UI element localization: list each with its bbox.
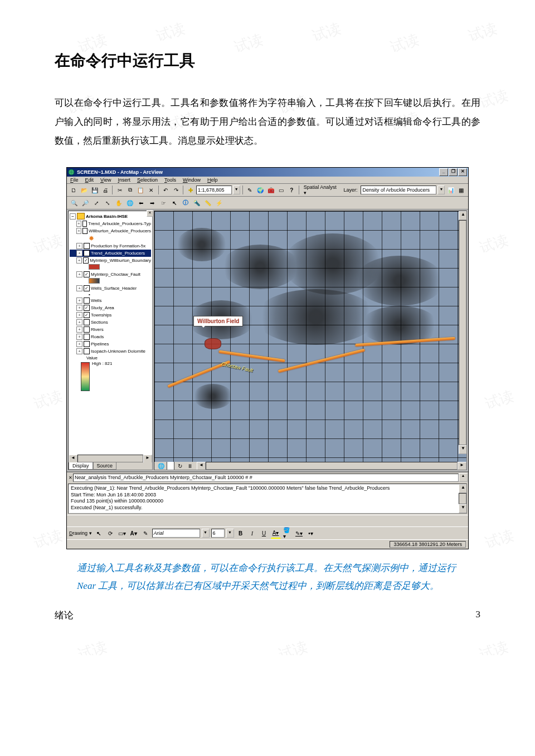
shape-dropdown-icon[interactable]: ▭▾ — [117, 528, 127, 538]
menu-insert[interactable]: Insert — [118, 177, 130, 183]
toc-layer-item[interactable]: +Trend_Arbuckle_Producers — [70, 250, 151, 257]
new-icon[interactable]: 🗋 — [69, 185, 79, 195]
maximize-button[interactable]: ❐ — [449, 168, 458, 176]
map-hscrollbar[interactable] — [206, 462, 458, 470]
expand-icon[interactable]: + — [76, 326, 82, 333]
paste-icon[interactable]: 📋 — [136, 185, 145, 195]
layer-checkbox[interactable] — [84, 297, 90, 304]
expand-icon[interactable]: + — [76, 257, 82, 264]
toc-close-icon[interactable]: ✕ — [147, 210, 153, 217]
layer-checkbox[interactable]: ✓ — [83, 257, 89, 264]
layer-checkbox[interactable] — [84, 243, 90, 249]
map-hscroll-left-icon[interactable]: ◄ — [197, 462, 206, 470]
toc-layer-item[interactable]: +Roads — [70, 333, 151, 340]
rotate-icon[interactable]: ⟳ — [105, 528, 115, 538]
prev-extent-icon[interactable]: ⬅ — [136, 198, 146, 208]
menu-selection[interactable]: Selection — [137, 177, 158, 183]
fill-color-icon[interactable]: 🪣▾ — [283, 528, 293, 538]
scale-dropdown-icon[interactable]: ▼ — [233, 186, 240, 194]
layer-checkbox[interactable] — [82, 228, 87, 234]
measure-icon[interactable]: 📏 — [203, 198, 213, 208]
expand-icon[interactable]: + — [76, 250, 82, 256]
refresh-icon[interactable]: ↻ — [176, 462, 184, 470]
toc-layer-item[interactable]: +Willburton_Arbuckle_Producers — [70, 227, 151, 235]
edit-vertices-icon[interactable]: ✎ — [140, 528, 150, 538]
full-extent-icon[interactable]: 🌐 — [125, 198, 135, 208]
expand-icon[interactable]: + — [76, 221, 81, 227]
drawing-menu[interactable]: Drawing ▾ — [69, 530, 92, 536]
underline-icon[interactable]: U — [259, 528, 269, 538]
menu-tools[interactable]: Tools — [164, 177, 176, 183]
redo-icon[interactable]: ↷ — [171, 185, 181, 195]
toc-hscrollbar[interactable]: ◄► — [69, 455, 152, 462]
pan-icon[interactable]: ✋ — [114, 198, 124, 208]
close-button[interactable]: ✕ — [458, 168, 467, 176]
map-canvas[interactable]: Willburton Field Choctaw Fault ▲▼ — [154, 211, 466, 462]
toc-layer-item[interactable]: +✓MyInterp_Willburton_Boundary — [70, 257, 151, 264]
data-view-icon[interactable]: 🌐 — [157, 462, 166, 470]
command-icon[interactable]: ▭ — [276, 185, 286, 195]
map-hscroll-right-icon[interactable]: ► — [458, 462, 466, 470]
select-elements-icon[interactable]: ↖ — [169, 198, 179, 208]
marker-color-icon[interactable]: •▾ — [306, 528, 316, 538]
layer-checkbox[interactable] — [84, 348, 90, 354]
menu-file[interactable]: File — [70, 177, 79, 183]
delete-icon[interactable]: ✕ — [147, 185, 156, 195]
layer-checkbox[interactable]: ✓ — [84, 312, 90, 318]
expand-icon[interactable]: + — [76, 285, 82, 291]
find-icon[interactable]: 🔦 — [192, 198, 202, 208]
extension-dropdown[interactable]: Spatial Analyst ▾ — [301, 184, 341, 196]
italic-icon[interactable]: I — [247, 528, 257, 538]
zoom-out-icon[interactable]: 🔎 — [80, 198, 90, 208]
save-icon[interactable]: 💾 — [90, 185, 100, 195]
print-icon[interactable]: 🖨 — [101, 185, 110, 195]
select-element-icon[interactable]: ↖ — [94, 528, 104, 538]
layout-view-icon[interactable] — [167, 461, 174, 470]
add-data-icon[interactable]: ✚ — [186, 185, 195, 195]
text-tool-icon[interactable]: A▾ — [129, 528, 139, 538]
minimize-button[interactable]: _ — [439, 168, 448, 176]
copy-icon[interactable]: ⧉ — [125, 185, 135, 195]
font-dropdown-icon[interactable]: ▼ — [202, 529, 210, 538]
expand-icon[interactable]: + — [76, 348, 82, 354]
layer-checkbox[interactable] — [84, 319, 90, 325]
expand-icon[interactable]: + — [76, 334, 82, 340]
layer-checkbox[interactable]: ✓ — [84, 285, 90, 291]
cut-icon[interactable]: ✂ — [115, 185, 124, 195]
map-vscrollbar[interactable]: ▲▼ — [459, 211, 466, 454]
raster-icon[interactable]: ▦ — [456, 185, 466, 195]
expand-icon[interactable]: + — [76, 271, 82, 277]
undo-icon[interactable]: ↶ — [161, 185, 171, 195]
bold-icon[interactable]: B — [236, 528, 246, 538]
toc-root[interactable]: − Arkoma Basin-IHSE — [70, 212, 151, 220]
toc-layer-item[interactable]: +✓MyInterp_Choctaw_Fault — [70, 271, 151, 278]
editor-icon[interactable]: ✎ — [245, 185, 255, 195]
toc-tab-source[interactable]: Source — [93, 462, 117, 470]
pause-icon[interactable]: ⏸ — [186, 462, 194, 470]
toolbox-icon[interactable]: 🧰 — [266, 185, 275, 195]
expand-icon[interactable]: + — [76, 319, 82, 325]
expand-icon[interactable]: + — [76, 312, 82, 318]
font-color-icon[interactable]: A▾ — [271, 528, 281, 539]
layer-checkbox[interactable] — [82, 221, 87, 227]
toc-layer-item[interactable]: +✓Townships — [70, 311, 151, 319]
toc-layer-item[interactable]: +✓Study_Area — [70, 304, 151, 311]
toc-layer-item[interactable]: +Wells — [70, 297, 151, 304]
toc-layer-item[interactable]: +Pipelines — [70, 340, 151, 348]
fixed-zoom-in-icon[interactable]: ⤢ — [91, 198, 101, 208]
layer-dropdown-icon[interactable]: ▼ — [437, 186, 445, 194]
toc-layer-item[interactable]: +Isopach-Unknown Dolomite — [70, 348, 151, 355]
help-icon[interactable]: ? — [287, 185, 296, 195]
expand-icon[interactable]: + — [76, 228, 81, 234]
toc-layer-item[interactable]: +Trend_Arbuckle_Producers-Typ — [70, 220, 151, 227]
identify-icon[interactable]: ⓘ — [181, 198, 191, 208]
font-size-box[interactable]: 6 — [211, 529, 225, 538]
zoom-in-icon[interactable]: 🔍 — [69, 198, 79, 208]
scale-box[interactable]: 1:1,678,805 — [196, 186, 232, 194]
collapse-icon[interactable]: − — [70, 213, 76, 220]
menu-help[interactable]: Help — [207, 177, 218, 183]
menu-edit[interactable]: Edit — [85, 177, 94, 183]
layer-checkbox[interactable] — [84, 341, 90, 347]
histogram-icon[interactable]: 📊 — [446, 185, 455, 195]
layer-checkbox[interactable]: ✓ — [84, 305, 90, 311]
